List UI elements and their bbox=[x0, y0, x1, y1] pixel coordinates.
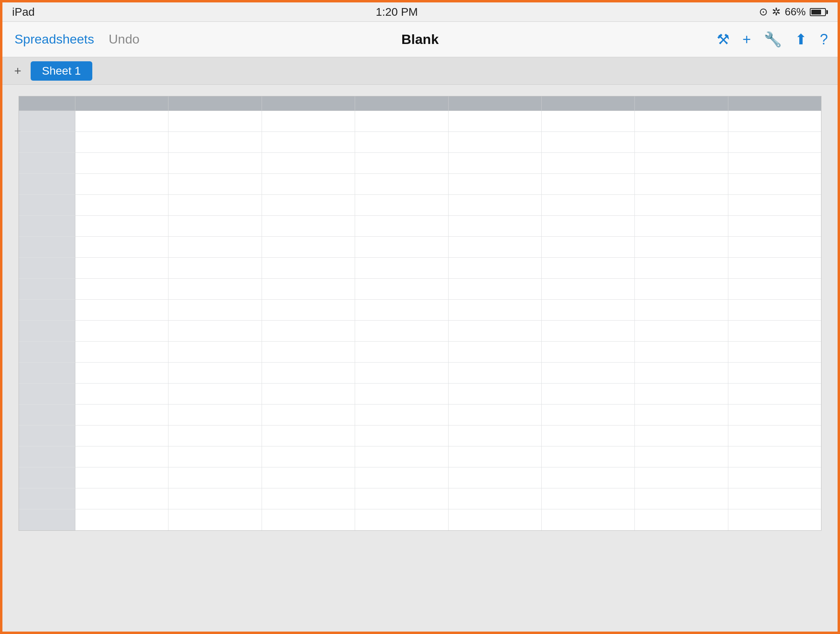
cell-r16-c6[interactable] bbox=[542, 425, 635, 446]
cell-r8-c7[interactable] bbox=[635, 258, 728, 279]
cell-r6-c8[interactable] bbox=[728, 216, 821, 237]
cell-r10-c3[interactable] bbox=[262, 300, 355, 321]
cell-r13-c1[interactable] bbox=[75, 363, 168, 384]
cell-r7-c3[interactable] bbox=[262, 237, 355, 258]
cell-r7-c5[interactable] bbox=[449, 237, 542, 258]
cell-r1-c4[interactable] bbox=[355, 111, 448, 132]
cell-r14-c2[interactable] bbox=[168, 384, 262, 405]
cell-r1-c8[interactable] bbox=[728, 111, 821, 132]
cell-r10-c2[interactable] bbox=[168, 300, 262, 321]
cell-r16-c3[interactable] bbox=[262, 425, 355, 446]
cell-r10-c5[interactable] bbox=[449, 300, 542, 321]
cell-r12-c1[interactable] bbox=[75, 342, 168, 363]
cell-r20-c3[interactable] bbox=[262, 509, 355, 530]
cell-r20-c7[interactable] bbox=[635, 509, 728, 530]
cell-r6-c2[interactable] bbox=[168, 216, 262, 237]
cell-r2-c7[interactable] bbox=[635, 132, 728, 153]
cell-r8-c3[interactable] bbox=[262, 258, 355, 279]
cell-r14-c6[interactable] bbox=[542, 384, 635, 405]
cell-r10-c8[interactable] bbox=[728, 300, 821, 321]
cell-r4-c7[interactable] bbox=[635, 174, 728, 195]
cell-r10-c1[interactable] bbox=[75, 300, 168, 321]
cell-r13-c8[interactable] bbox=[728, 363, 821, 384]
cell-r15-c2[interactable] bbox=[168, 405, 262, 425]
cell-r15-c1[interactable] bbox=[75, 405, 168, 425]
cell-r5-c6[interactable] bbox=[542, 195, 635, 216]
cell-r18-c5[interactable] bbox=[449, 467, 542, 488]
row-header-17[interactable] bbox=[19, 446, 75, 467]
cell-r10-c7[interactable] bbox=[635, 300, 728, 321]
cell-r13-c3[interactable] bbox=[262, 363, 355, 384]
cell-r6-c7[interactable] bbox=[635, 216, 728, 237]
cell-r20-c4[interactable] bbox=[355, 509, 448, 530]
cell-r20-c1[interactable] bbox=[75, 509, 168, 530]
cell-r4-c3[interactable] bbox=[262, 174, 355, 195]
cell-r20-c5[interactable] bbox=[449, 509, 542, 530]
row-header-2[interactable] bbox=[19, 132, 75, 153]
cell-r5-c5[interactable] bbox=[449, 195, 542, 216]
cell-r13-c5[interactable] bbox=[449, 363, 542, 384]
cell-r19-c7[interactable] bbox=[635, 488, 728, 509]
cell-r3-c1[interactable] bbox=[75, 153, 168, 174]
cell-r16-c4[interactable] bbox=[355, 425, 448, 446]
cell-r6-c4[interactable] bbox=[355, 216, 448, 237]
cell-r9-c2[interactable] bbox=[168, 279, 262, 300]
cell-r12-c2[interactable] bbox=[168, 342, 262, 363]
row-header-18[interactable] bbox=[19, 467, 75, 488]
row-header-7[interactable] bbox=[19, 237, 75, 258]
col-header-h[interactable] bbox=[728, 96, 821, 111]
cell-r4-c4[interactable] bbox=[355, 174, 448, 195]
cell-r5-c2[interactable] bbox=[168, 195, 262, 216]
cell-r15-c4[interactable] bbox=[355, 405, 448, 425]
col-header-a[interactable] bbox=[75, 96, 168, 111]
share-icon[interactable]: ⬆ bbox=[795, 31, 807, 48]
wrench-icon[interactable]: 🔧 bbox=[764, 31, 782, 48]
help-icon[interactable]: ? bbox=[820, 31, 828, 48]
cell-r19-c2[interactable] bbox=[168, 488, 262, 509]
col-header-c[interactable] bbox=[262, 96, 355, 111]
cell-r18-c2[interactable] bbox=[168, 467, 262, 488]
cell-r1-c6[interactable] bbox=[542, 111, 635, 132]
cell-r6-c5[interactable] bbox=[449, 216, 542, 237]
cell-r18-c8[interactable] bbox=[728, 467, 821, 488]
cell-r6-c1[interactable] bbox=[75, 216, 168, 237]
cell-r20-c8[interactable] bbox=[728, 509, 821, 530]
cell-r8-c2[interactable] bbox=[168, 258, 262, 279]
cell-r14-c8[interactable] bbox=[728, 384, 821, 405]
cell-r13-c4[interactable] bbox=[355, 363, 448, 384]
cell-r17-c8[interactable] bbox=[728, 446, 821, 467]
row-header-19[interactable] bbox=[19, 488, 75, 509]
row-header-16[interactable] bbox=[19, 425, 75, 446]
cell-r7-c8[interactable] bbox=[728, 237, 821, 258]
cell-r9-c3[interactable] bbox=[262, 279, 355, 300]
add-sheet-button[interactable]: + bbox=[9, 62, 27, 80]
cell-r19-c5[interactable] bbox=[449, 488, 542, 509]
cell-r18-c4[interactable] bbox=[355, 467, 448, 488]
cell-r20-c6[interactable] bbox=[542, 509, 635, 530]
cell-r7-c2[interactable] bbox=[168, 237, 262, 258]
cell-r3-c2[interactable] bbox=[168, 153, 262, 174]
row-header-12[interactable] bbox=[19, 342, 75, 363]
cell-r3-c4[interactable] bbox=[355, 153, 448, 174]
cell-r9-c4[interactable] bbox=[355, 279, 448, 300]
cell-r18-c1[interactable] bbox=[75, 467, 168, 488]
cell-r15-c3[interactable] bbox=[262, 405, 355, 425]
row-header-14[interactable] bbox=[19, 384, 75, 405]
cell-r16-c1[interactable] bbox=[75, 425, 168, 446]
cell-r11-c5[interactable] bbox=[449, 321, 542, 342]
cell-r12-c6[interactable] bbox=[542, 342, 635, 363]
col-header-e[interactable] bbox=[449, 96, 542, 111]
cell-r14-c5[interactable] bbox=[449, 384, 542, 405]
cell-r15-c8[interactable] bbox=[728, 405, 821, 425]
cell-r17-c4[interactable] bbox=[355, 446, 448, 467]
cell-r11-c4[interactable] bbox=[355, 321, 448, 342]
row-header-20[interactable] bbox=[19, 509, 75, 530]
cell-r1-c5[interactable] bbox=[449, 111, 542, 132]
cell-r4-c6[interactable] bbox=[542, 174, 635, 195]
cell-r18-c6[interactable] bbox=[542, 467, 635, 488]
cell-r7-c4[interactable] bbox=[355, 237, 448, 258]
cell-r2-c5[interactable] bbox=[449, 132, 542, 153]
col-header-b[interactable] bbox=[168, 96, 262, 111]
cell-r13-c2[interactable] bbox=[168, 363, 262, 384]
undo-button[interactable]: Undo bbox=[106, 30, 142, 48]
